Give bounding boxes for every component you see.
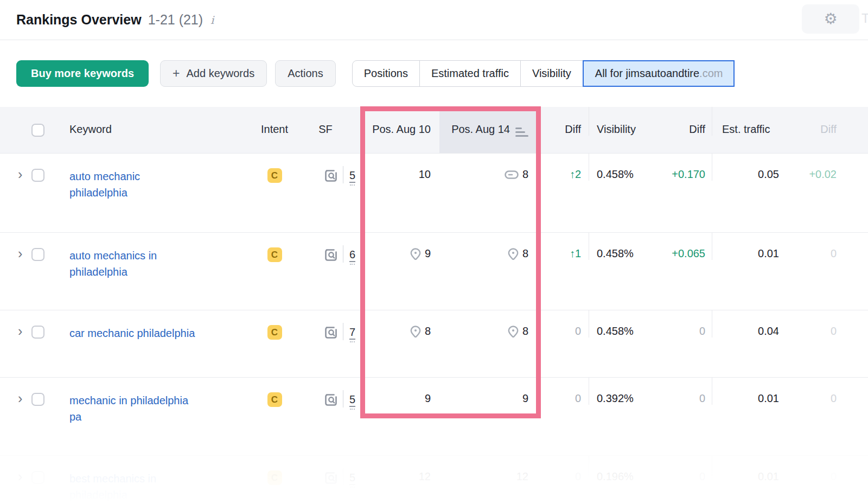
serp-features-icon[interactable] <box>325 472 337 484</box>
row-checkbox[interactable] <box>31 326 44 339</box>
position-aug10-value: 9 <box>425 392 431 405</box>
divider <box>343 390 343 408</box>
info-icon[interactable]: i <box>210 14 214 27</box>
view-tabs: Positions Estimated traffic Visibility A… <box>352 60 735 87</box>
page-header: Rankings Overview 1-21 (21) i ⚙ T <box>0 0 868 40</box>
est-traffic-diff-value: 0 <box>831 470 837 483</box>
column-header-pos-aug-14[interactable]: Pos. Aug 14 <box>439 107 537 153</box>
visibility-diff-value: 0 <box>699 325 705 338</box>
visibility-diff-value: +0.170 <box>672 168 705 181</box>
serp-features-icon[interactable] <box>325 327 337 339</box>
buy-more-keywords-button[interactable]: Buy more keywords <box>16 60 149 87</box>
row-checkbox[interactable] <box>31 471 44 484</box>
keyword-link[interactable]: auto mechanic philadelphia <box>69 168 140 201</box>
tab-visibility[interactable]: Visibility <box>520 60 583 87</box>
row-checkbox[interactable] <box>31 169 44 182</box>
intent-badge[interactable]: C <box>267 470 282 485</box>
toolbar: Buy more keywords + Add keywords Actions… <box>16 60 868 87</box>
expand-row-chevron-icon[interactable]: › <box>18 247 22 259</box>
page-title: Rankings Overview <box>16 12 142 28</box>
intent-badge[interactable]: C <box>267 168 282 183</box>
visibility-diff-value: 0 <box>699 470 705 483</box>
position-aug14-value: 8 <box>522 247 528 260</box>
column-header-keyword[interactable]: Keyword <box>55 107 253 136</box>
tab-all-for-domain[interactable]: All for jimsautoandtire.com <box>583 60 735 87</box>
sf-count[interactable]: 5 <box>349 169 355 183</box>
expander-column-spacer <box>0 107 31 123</box>
intent-badge[interactable]: C <box>267 247 282 262</box>
sf-count[interactable]: 6 <box>349 249 355 262</box>
est-traffic-value: 0.01 <box>758 392 779 405</box>
position-aug14-value: 8 <box>522 168 528 181</box>
expand-row-chevron-icon[interactable]: › <box>18 470 22 482</box>
position-aug14-value: 9 <box>522 392 528 405</box>
est-traffic-diff-value: 0 <box>831 247 837 260</box>
est-traffic-value: 0.01 <box>758 470 779 483</box>
column-header-diff-traffic[interactable]: Diff <box>793 107 868 136</box>
truncated-control-text: T <box>861 11 868 26</box>
sf-count[interactable]: 7 <box>349 326 355 340</box>
column-header-visibility[interactable]: Visibility <box>589 107 670 136</box>
row-checkbox[interactable] <box>31 393 44 406</box>
map-pin-icon <box>508 248 519 260</box>
est-traffic-value: 0.01 <box>758 247 779 260</box>
visibility-value: 0.392% <box>597 392 634 405</box>
expand-row-chevron-icon[interactable]: › <box>18 168 22 180</box>
add-keywords-button[interactable]: + Add keywords <box>160 60 267 87</box>
divider <box>343 323 343 340</box>
tab-positions[interactable]: Positions <box>352 60 420 87</box>
tab-estimated-traffic[interactable]: Estimated traffic <box>419 60 521 87</box>
keyword-link[interactable]: mechanic in philadelphia pa <box>69 392 188 425</box>
intent-badge[interactable]: C <box>267 325 282 340</box>
position-diff-value: ↑1 <box>570 247 581 260</box>
sort-descending-icon <box>515 128 528 137</box>
divider <box>343 245 343 263</box>
table-row: › auto mechanic philadelphia C 5 10 8 ↑2… <box>0 153 868 232</box>
table-row: › best mechanics in philadelphia C 5 12 … <box>0 455 868 503</box>
expand-row-chevron-icon[interactable]: › <box>18 392 22 404</box>
keyword-link[interactable]: auto mechanics in philadelphia <box>69 247 157 280</box>
table-row: › auto mechanics in philadelphia C 6 9 8… <box>0 232 868 310</box>
position-aug14-value: 8 <box>522 325 528 338</box>
table-header-row: Keyword Intent SF Pos. Aug 10 Pos. Aug 1… <box>0 107 868 153</box>
position-diff-value: 0 <box>575 325 581 338</box>
serp-features-icon[interactable] <box>325 170 337 182</box>
map-pin-icon <box>410 248 421 260</box>
map-pin-icon <box>410 326 421 338</box>
est-traffic-diff-value: 0 <box>831 392 837 405</box>
result-range: 1-21 (21) <box>148 12 203 28</box>
actions-button[interactable]: Actions <box>275 60 336 87</box>
position-aug10-value: 10 <box>419 168 431 181</box>
divider <box>343 166 343 183</box>
column-header-diff-position[interactable]: Diff <box>537 107 589 136</box>
column-header-intent[interactable]: Intent <box>253 107 296 136</box>
select-all-checkbox[interactable] <box>31 124 44 137</box>
link-icon <box>505 170 519 179</box>
table-row: › mechanic in philadelphia pa C 5 9 9 0 … <box>0 377 868 455</box>
serp-features-icon[interactable] <box>325 394 337 406</box>
sf-count[interactable]: 5 <box>349 393 355 407</box>
column-header-sf[interactable]: SF <box>296 107 361 136</box>
position-aug10-value: 8 <box>425 325 431 338</box>
position-diff-value: ↑2 <box>570 168 581 181</box>
keyword-link[interactable]: best mechanics in philadelphia <box>69 470 156 503</box>
column-header-est-traffic[interactable]: Est. traffic <box>712 107 793 136</box>
expand-row-chevron-icon[interactable]: › <box>18 325 22 337</box>
keyword-link[interactable]: car mechanic philadelphia <box>69 325 195 341</box>
visibility-diff-value: 0 <box>699 392 705 405</box>
visibility-value: 0.196% <box>597 470 634 483</box>
intent-badge[interactable]: C <box>267 392 282 407</box>
column-header-diff-visibility[interactable]: Diff <box>670 107 712 136</box>
add-keywords-label: Add keywords <box>187 67 255 80</box>
sf-count[interactable]: 5 <box>349 472 355 485</box>
visibility-value: 0.458% <box>597 247 634 260</box>
position-aug10-value: 9 <box>425 247 431 260</box>
settings-button[interactable]: ⚙ <box>802 4 859 34</box>
row-checkbox[interactable] <box>31 248 44 261</box>
plus-icon: + <box>173 67 180 80</box>
position-aug14-value: 12 <box>516 470 528 483</box>
visibility-diff-value: +0.065 <box>672 247 705 260</box>
rankings-table: Keyword Intent SF Pos. Aug 10 Pos. Aug 1… <box>0 107 868 503</box>
column-header-pos-aug-10[interactable]: Pos. Aug 10 <box>361 107 439 136</box>
serp-features-icon[interactable] <box>325 249 337 261</box>
